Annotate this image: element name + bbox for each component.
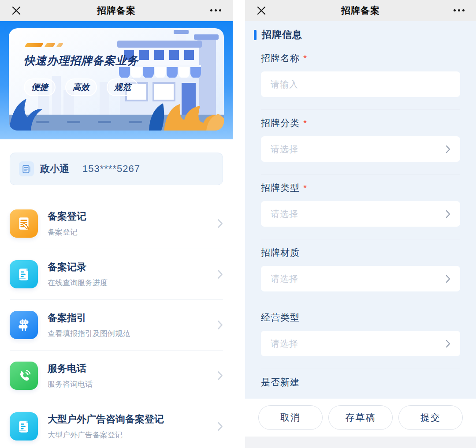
chevron-right-icon: [217, 422, 223, 431]
menu-item-title: 大型户外广告咨询备案登记: [48, 413, 164, 426]
field-placeholder: 请输入: [271, 78, 298, 90]
two-screen-screenshot: 招牌备案: [0, 0, 476, 448]
field-placeholder: 请选择: [271, 338, 298, 350]
business-type-select[interactable]: 请选择: [261, 331, 460, 356]
menu-item-title: 备案指引: [48, 311, 130, 325]
field-signboard-material: 招牌材质* 请选择: [261, 239, 460, 304]
menu-item-outdoor-ad-filing[interactable]: 大型户外广告咨询备案登记 大型户外广告备案登记: [10, 401, 223, 448]
field-placeholder: 请选择: [271, 273, 298, 285]
badge-convenient: 便捷: [24, 78, 56, 96]
field-placeholder: 请选择: [271, 143, 298, 155]
page-title: 招牌备案: [341, 4, 380, 17]
id-card-icon: [19, 161, 34, 176]
signboard-category-select[interactable]: 请选择: [261, 136, 460, 162]
menu-item-subtitle: 查看填报指引及图例规范: [48, 329, 130, 339]
scroll-icon: [10, 412, 38, 441]
required-asterisk: *: [303, 53, 307, 63]
section-header: 招牌信息: [261, 21, 460, 41]
home-screen: 招牌备案: [0, 0, 233, 448]
document-edit-icon: [10, 209, 38, 238]
required-asterisk: *: [303, 183, 307, 193]
signboard-name-input[interactable]: 请输入: [261, 71, 460, 97]
promo-banner: 快速办理招牌备案业务 便捷 高效 规范: [0, 21, 233, 139]
field-label: 招牌名称: [261, 53, 300, 63]
required-asterisk: *: [303, 118, 307, 128]
chevron-right-icon: [446, 210, 450, 218]
form-content: 招牌信息 招牌名称* 请输入 招牌分类* 请选择 招牌类型* 请: [245, 21, 476, 448]
field-label: 招牌类型: [261, 183, 300, 193]
field-label: 招牌分类: [261, 118, 300, 128]
field-label: 招牌材质: [261, 247, 300, 258]
more-dots-icon[interactable]: [210, 9, 221, 11]
field-label: 是否新建: [261, 377, 300, 387]
chevron-right-icon: [217, 219, 223, 228]
field-signboard-name: 招牌名称* 请输入: [261, 45, 460, 110]
scroll-icon: [10, 260, 38, 288]
form-footer: 取消 存草稿 提交: [245, 399, 476, 437]
more-dots-icon[interactable]: [454, 9, 465, 11]
user-phone: 153****5267: [82, 163, 140, 175]
badge-standard: 规范: [107, 78, 138, 96]
field-signboard-category: 招牌分类* 请选择: [261, 110, 460, 175]
home-indicator-strip: [245, 437, 476, 448]
user-name: 政小通: [40, 162, 69, 175]
promo-banner-card: 快速办理招牌备案业务 便捷 高效 规范: [9, 28, 224, 131]
user-card: 政小通 153****5267: [10, 153, 223, 185]
menu-item-subtitle: 备案登记: [48, 227, 86, 237]
menu-item-filing-records[interactable]: 备案记录 在线查询服务进度: [10, 249, 223, 300]
menu-item-filing-register[interactable]: 备案登记 备案登记: [10, 198, 223, 249]
signpost-icon: [10, 311, 38, 339]
menu-item-title: 备案记录: [48, 261, 108, 274]
field-label: 经营类型: [261, 312, 300, 322]
chevron-right-icon: [217, 269, 223, 279]
chevron-right-icon: [446, 145, 450, 153]
field-signboard-type: 招牌类型* 请选择: [261, 175, 460, 239]
right-appbar: 招牌备案: [245, 0, 476, 21]
cancel-button[interactable]: 取消: [258, 405, 323, 430]
form-groups: 招牌名称* 请输入 招牌分类* 请选择 招牌类型* 请选择: [261, 45, 460, 401]
submit-button[interactable]: 提交: [398, 405, 463, 430]
chevron-right-icon: [217, 371, 223, 381]
close-icon[interactable]: [257, 6, 266, 15]
chevron-right-icon: [446, 340, 450, 348]
phone-icon: [10, 362, 38, 390]
menu-item-filing-guide[interactable]: 备案指引 查看填报指引及图例规范: [10, 300, 223, 351]
section-title: 招牌信息: [262, 28, 302, 41]
section-accent-bar: [254, 30, 257, 40]
page-title: 招牌备案: [97, 4, 136, 17]
menu-item-service-phone[interactable]: 服务电话 服务咨询电话: [10, 351, 223, 401]
menu-list: 备案登记 备案登记 备案记录 在线查询服务进度 备案指引 查看填报指引及图例规范…: [0, 198, 233, 448]
form-screen: 招牌备案 招牌信息 招牌名称* 请输入 招牌分类* 请选择: [245, 0, 476, 448]
field-business-type: 经营类型* 请选择: [261, 304, 460, 369]
banner-badges: 便捷 高效 规范: [24, 78, 138, 96]
menu-item-subtitle: 在线查询服务进度: [48, 278, 108, 288]
signboard-type-select[interactable]: 请选择: [261, 201, 460, 227]
chevron-right-icon: [217, 320, 223, 330]
left-appbar: 招牌备案: [0, 0, 233, 21]
badge-efficient: 高效: [65, 78, 97, 96]
banner-title: 快速办理招牌备案业务: [24, 53, 138, 68]
menu-item-title: 服务电话: [48, 362, 93, 375]
field-placeholder: 请选择: [271, 208, 298, 220]
banner-copy: 快速办理招牌备案业务 便捷 高效 规范: [24, 43, 138, 96]
field-is-new-build: 是否新建*: [261, 369, 460, 401]
signboard-material-select[interactable]: 请选择: [261, 266, 460, 291]
menu-item-subtitle: 服务咨询电话: [48, 379, 93, 389]
save-draft-button[interactable]: 存草稿: [328, 405, 393, 430]
menu-item-subtitle: 大型户外广告备案登记: [48, 430, 164, 440]
close-icon[interactable]: [11, 6, 21, 15]
chevron-right-icon: [446, 275, 450, 283]
menu-item-title: 备案登记: [48, 210, 86, 223]
speed-lines-icon: [26, 43, 138, 47]
